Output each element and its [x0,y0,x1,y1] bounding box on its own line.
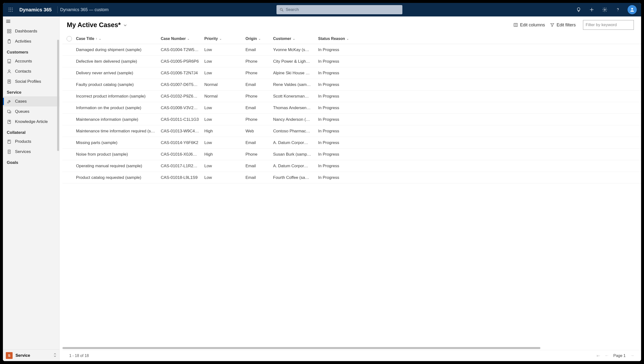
cell-status: In Progress [318,59,350,64]
brand-label: Dynamics 365 [16,7,55,12]
cell-status: In Progress [318,129,350,134]
sidebar-item-cases[interactable]: Cases [3,96,59,106]
svg-point-6 [9,11,10,12]
filter-keyword-input[interactable] [583,20,634,30]
svg-rect-31 [9,62,10,63]
cell-customer: Yvonne McKay (s… [273,48,318,52]
plus-icon [589,7,594,12]
svg-rect-42 [514,23,517,26]
table-row[interactable]: Faulty product catalog (sample)CAS-01007… [63,79,641,90]
sidebar-item-accounts[interactable]: Accounts [3,56,59,66]
table-row[interactable]: Defective item delivered (sample)CAS-010… [63,56,641,67]
table-row[interactable]: Maintenance information (sample)CAS-0101… [63,114,641,125]
table-row[interactable]: Product catalog requested (sample)CAS-01… [63,172,641,184]
social-icon [7,79,12,84]
cell-priority: Low [204,48,246,52]
cell-customer: Contoso Pharmac… [273,129,318,134]
hamburger-icon [6,19,11,23]
sidebar-item-products[interactable]: Products [3,136,59,147]
lightbulb-icon [576,7,581,12]
table-row[interactable]: Missing parts (sample)CAS-01014-Y6F6K2Lo… [63,137,641,148]
table-row[interactable]: Information on the product (sample)CAS-0… [63,102,641,114]
cell-origin: Phone [246,71,273,76]
sidebar-item-label: Dashboards [15,29,37,34]
sidebar-item-knowledge-article[interactable]: Knowledge Article [3,117,59,127]
svg-point-2 [12,8,12,8]
svg-point-8 [12,11,12,12]
cell-customer: A. Datum Corpor… [273,164,318,168]
pager-prev-button[interactable]: ← [604,353,609,358]
waffle-icon [8,7,13,12]
edit-columns-button[interactable]: Edit columns [511,21,547,29]
sidebar-item-activities[interactable]: Activities [3,36,59,46]
sidebar-scrollbar[interactable] [57,40,59,151]
avatar[interactable] [627,5,637,14]
sidebar: DashboardsActivitiesCustomersAccountsCon… [3,16,60,361]
cell-customer: A. Datum Corpor… [273,140,318,145]
column-header-origin[interactable]: Origin⌄ [246,36,273,41]
table-row[interactable]: Damaged during shipment (sample)CAS-0100… [63,44,641,56]
cell-status: In Progress [318,48,350,52]
cell-status: In Progress [318,82,350,87]
sidebar-item-social-profiles[interactable]: Social Profiles [3,76,59,87]
app-launcher-button[interactable] [5,4,16,15]
sidebar-item-label: Knowledge Article [15,119,48,124]
grid-footer: 1 - 18 of 18 ⇤ ← Page 1 → [63,350,641,361]
sidebar-item-contacts[interactable]: Contacts [3,66,59,76]
gear-icon [602,7,607,12]
column-header-priority[interactable]: Priority⌄ [204,36,246,41]
sidebar-item-queues[interactable]: Queues [3,106,59,117]
assistant-button[interactable] [574,5,583,14]
row-range-label: 1 - 18 of 18 [69,354,89,358]
cell-customer: Thomas Andersen… [273,106,318,110]
column-header-status-reason[interactable]: Status Reason⌄ [318,36,350,41]
clipboard-icon [7,39,12,44]
search-input[interactable] [284,7,399,12]
column-header-label: Origin [246,36,257,41]
app-switcher[interactable]: S Service [3,350,59,361]
column-header-case-number[interactable]: Case Number⌄ [161,36,204,41]
person-icon [629,7,635,12]
settings-button[interactable] [600,5,609,14]
add-button[interactable] [587,5,596,14]
cell-status: In Progress [318,106,350,110]
table-row[interactable]: Maintenance time information required (s… [63,125,641,137]
cell-title: Product catalog requested (sample) [76,175,161,180]
product-icon [7,139,12,144]
breadcrumb[interactable]: Dynamics 365 — custom [60,7,109,12]
cell-customer: Scott Konersman… [273,94,318,99]
cell-status: In Progress [318,140,350,145]
table-row[interactable]: Incorrect product information (sample)CA… [63,90,641,102]
sidebar-item-dashboards[interactable]: Dashboards [3,26,59,36]
select-all-checkbox[interactable] [63,36,76,42]
sidebar-item-label: Accounts [15,59,32,64]
sidebar-item-services[interactable]: Services [3,147,59,157]
svg-rect-23 [10,32,11,33]
pager-next-button[interactable]: → [630,353,634,358]
help-button[interactable] [613,5,622,14]
cell-customer: Alpine Ski House … [273,71,318,76]
edit-filters-button[interactable]: Edit filters [547,21,578,29]
column-header-case-title[interactable]: Case Title↑⌄ [76,36,161,41]
sidebar-collapse-button[interactable] [3,16,59,26]
cell-customer: Fourth Coffee (sa… [273,175,318,180]
cell-priority: Low [204,140,246,145]
column-header-label: Case Number [161,36,186,41]
sidebar-item-label: Social Profiles [15,79,41,84]
sidebar-item-label: Services [15,149,31,154]
svg-point-32 [9,70,10,72]
column-header-customer[interactable]: Customer⌄ [273,36,318,41]
chevron-down-icon: ⌄ [219,37,222,40]
global-search[interactable] [277,5,402,14]
table-row[interactable]: Delivery never arrived (sample)CAS-01006… [63,67,641,79]
svg-rect-37 [8,140,11,143]
cell-number: CAS-01014-Y6F6K2 [161,140,204,145]
table-row[interactable]: Operating manual required (sample)CAS-01… [63,160,641,172]
view-selector[interactable]: My Active Cases* [67,21,127,29]
grid-horizontal-scrollbar[interactable] [63,346,638,350]
pager-first-button[interactable]: ⇤ [596,353,600,358]
table-row[interactable]: Noise from product (sample)CAS-01016-X0J… [63,148,641,160]
sidebar-item-label: Products [15,139,31,144]
svg-point-4 [11,10,11,10]
cell-priority: Low [204,175,246,180]
